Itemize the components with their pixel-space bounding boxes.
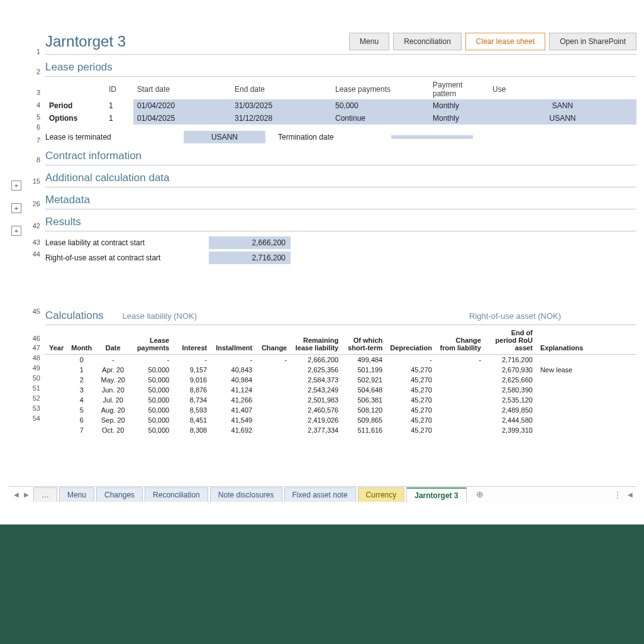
- menu-button[interactable]: Menu: [349, 33, 389, 50]
- table-row[interactable]: 0-----2,666,200499,484--2,716,200: [45, 355, 636, 365]
- rou-asset-value: 2,716,200: [209, 252, 291, 264]
- lease-liability-label: Lease liability at contract start: [45, 238, 209, 247]
- section-results: Results: [45, 211, 636, 231]
- section-lease-periods: Lease periods: [45, 56, 636, 77]
- page-title: Jarntorget 3: [45, 33, 126, 50]
- termination-date-label: Termination date: [278, 133, 379, 142]
- row-numbers: 1 2 3 4 5 6 7 8 15 26 42 43 44 45 46 47 …: [28, 36, 43, 425]
- table-row[interactable]: 4Jul. 2050,0008,73441,2662,501,983506,38…: [45, 395, 636, 405]
- table-row[interactable]: 7Oct. 2050,0008,30841,6922,377,334511,61…: [45, 425, 636, 435]
- tab-active-jarntorget[interactable]: Jarntorget 3: [406, 487, 466, 502]
- options-row[interactable]: Options 1 01/04/2025 31/12/2028 Continue…: [45, 112, 636, 125]
- section-contract-info: Contract information: [45, 145, 636, 165]
- clear-lease-sheet-button[interactable]: Clear lease sheet: [465, 33, 545, 50]
- subhead-rou-asset: Right-of-use asset (NOK): [469, 311, 561, 321]
- table-row[interactable]: 2May. 2050,0009,01640,9842,584,373502,92…: [45, 375, 636, 385]
- outline-expand-26[interactable]: +: [11, 203, 21, 213]
- tab-currency[interactable]: Currency: [358, 487, 405, 502]
- lease-terminated-value[interactable]: USANN: [184, 131, 265, 143]
- tab-nav-next[interactable]: ▶: [21, 490, 31, 500]
- lease-terminated-label: Lease is terminated: [45, 133, 171, 142]
- calculations-table: Year Month Date Lease payments Interest …: [45, 326, 636, 435]
- tab-menu[interactable]: Menu: [59, 487, 94, 502]
- open-sharepoint-button[interactable]: Open in SharePoint: [549, 33, 636, 50]
- tab-reconciliation[interactable]: Reconciliation: [145, 487, 208, 502]
- tab-options-icon[interactable]: ⋮: [614, 491, 621, 499]
- scroll-left-icon[interactable]: ◀: [628, 491, 633, 498]
- lease-liability-value: 2,666,200: [209, 236, 291, 249]
- new-sheet-button[interactable]: ⊕: [474, 489, 486, 501]
- sheet-tab-bar: ◀ ▶ … Menu Changes Reconciliation Note d…: [9, 486, 636, 502]
- tab-changes[interactable]: Changes: [96, 487, 143, 502]
- periods-header: ID Start date End date Lease payments Pa…: [45, 79, 636, 99]
- tab-ellipsis[interactable]: …: [33, 487, 57, 502]
- table-row[interactable]: 1Apr. 2050,0009,15740,8432,625,356501,19…: [45, 365, 636, 375]
- footer-dark-area: [0, 525, 644, 644]
- section-metadata: Metadata: [45, 189, 636, 209]
- outline-expand-15[interactable]: +: [11, 180, 21, 191]
- rou-asset-label: Right-of-use asset at contract start: [45, 253, 209, 262]
- reconciliation-button[interactable]: Reconciliation: [393, 33, 462, 50]
- table-row[interactable]: 5Aug. 2050,0008,59341,4072,460,576508,12…: [45, 405, 636, 415]
- tab-fixed-asset-note[interactable]: Fixed asset note: [284, 487, 356, 502]
- table-row[interactable]: 3Jun. 2050,0008,87641,1242,543,249504,64…: [45, 385, 636, 395]
- table-row[interactable]: 6Sep. 2050,0008,45141,5492,419,026509,86…: [45, 415, 636, 425]
- termination-date-value[interactable]: [391, 135, 473, 139]
- subhead-lease-liability: Lease liability (NOK): [123, 311, 197, 321]
- tab-note-disclosures[interactable]: Note disclosures: [210, 487, 282, 502]
- section-additional: Additional calculation data: [45, 167, 636, 187]
- period-row[interactable]: Period 1 01/04/2020 31/03/2025 50,000 Mo…: [45, 99, 636, 112]
- tab-nav-prev[interactable]: ◀: [11, 490, 21, 500]
- section-calculations: Calculations: [45, 309, 104, 322]
- outline-expand-42[interactable]: +: [11, 226, 21, 236]
